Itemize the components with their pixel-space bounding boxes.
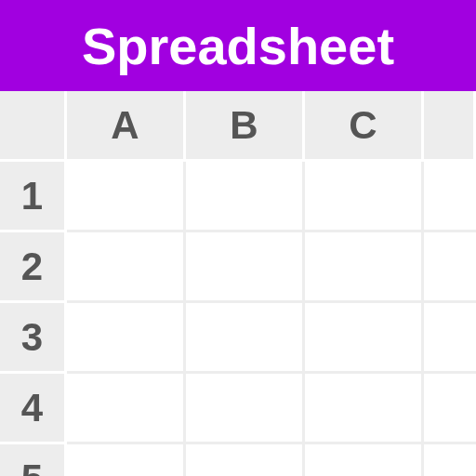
column-header-row: A B C (0, 91, 476, 162)
cell-extra-1[interactable] (424, 162, 476, 232)
cell-b4[interactable] (186, 374, 305, 444)
cell-extra-5[interactable] (424, 444, 476, 476)
cell-c5[interactable] (305, 444, 424, 476)
cell-extra-4[interactable] (424, 374, 476, 444)
cell-b1[interactable] (186, 162, 305, 232)
select-all-corner[interactable] (0, 91, 67, 162)
cell-a3[interactable] (67, 303, 186, 374)
row-header-5[interactable]: 5 (0, 444, 67, 476)
app-title: Spreadsheet (82, 16, 394, 76)
cell-c2[interactable] (305, 232, 424, 303)
table-row: 1 (0, 162, 476, 232)
table-row: 4 (0, 374, 476, 444)
table-row: 5 (0, 444, 476, 476)
cell-a5[interactable] (67, 444, 186, 476)
cell-extra-3[interactable] (424, 303, 476, 374)
column-header-extra[interactable] (424, 91, 476, 162)
column-header-b[interactable]: B (186, 91, 305, 162)
cell-b5[interactable] (186, 444, 305, 476)
app-header: Spreadsheet (0, 0, 476, 91)
cell-a2[interactable] (67, 232, 186, 303)
column-header-c[interactable]: C (305, 91, 424, 162)
cell-a1[interactable] (67, 162, 186, 232)
row-header-4[interactable]: 4 (0, 374, 67, 444)
column-header-a[interactable]: A (67, 91, 186, 162)
cell-c3[interactable] (305, 303, 424, 374)
table-row: 3 (0, 303, 476, 374)
cell-a4[interactable] (67, 374, 186, 444)
spreadsheet-grid: A B C 1 2 3 4 5 (0, 91, 476, 476)
cell-b2[interactable] (186, 232, 305, 303)
table-row: 2 (0, 232, 476, 303)
row-header-3[interactable]: 3 (0, 303, 67, 374)
cell-c1[interactable] (305, 162, 424, 232)
cell-b3[interactable] (186, 303, 305, 374)
cell-c4[interactable] (305, 374, 424, 444)
row-header-1[interactable]: 1 (0, 162, 67, 232)
cell-extra-2[interactable] (424, 232, 476, 303)
row-header-2[interactable]: 2 (0, 232, 67, 303)
